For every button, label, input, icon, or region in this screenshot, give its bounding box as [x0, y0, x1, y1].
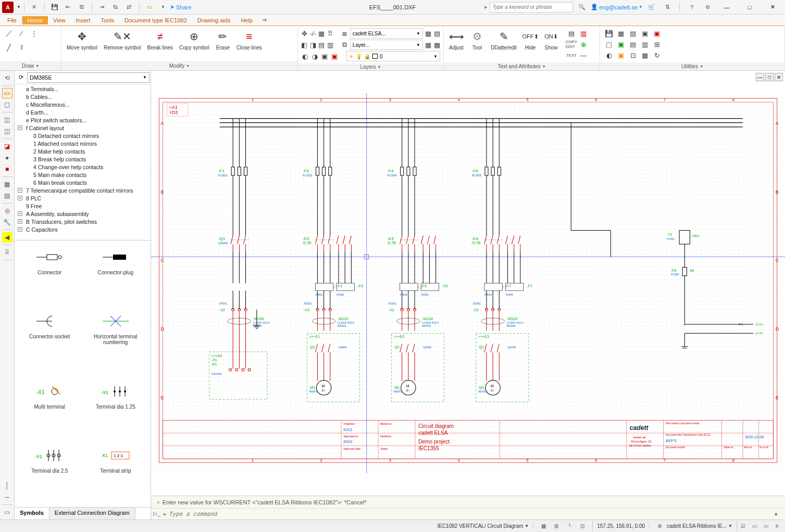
minimize-button[interactable]: ― [716, 0, 737, 15]
u-1[interactable]: 💾 [603, 28, 615, 39]
ls-b2[interactable]: ─ [2, 492, 13, 502]
draw-bus-icon[interactable]: ⦀ [16, 42, 27, 53]
symbol-item[interactable]: Connector [17, 243, 83, 307]
draw-dots-icon[interactable]: ⋮ [28, 28, 40, 39]
draw-wire-icon[interactable]: ╱ [3, 42, 15, 53]
u-4[interactable]: ▣ [639, 28, 651, 39]
search-icon[interactable]: 🔍 [577, 3, 587, 12]
tree-item[interactable]: e Pilot switch actuators... [15, 117, 151, 124]
layer-grid-icon[interactable]: ▦ [318, 28, 325, 39]
qat-icon-4[interactable]: ⇆ [111, 3, 120, 12]
app-menu-chevron[interactable]: ▼ [17, 5, 21, 9]
sb-snap-icon[interactable]: ⊞ [551, 521, 562, 531]
u-15[interactable]: ↻ [651, 50, 663, 60]
command-input[interactable] [169, 511, 772, 517]
layer-btn-b[interactable]: ▧ [433, 28, 440, 39]
ls-13[interactable]: ⠿ [2, 247, 13, 258]
refresh-icon[interactable]: ⟳ [16, 72, 26, 83]
symbol-item[interactable]: Connector-socket [17, 307, 83, 376]
user-account[interactable]: 👤 eng@cadett.se ▼ [591, 4, 643, 10]
erase-button[interactable]: ✏Erase [214, 28, 232, 52]
tree-item[interactable]: 9 Free [15, 202, 151, 210]
ls-12[interactable]: ◀ [2, 232, 13, 243]
qat-icon-2[interactable]: ⧉ [77, 3, 86, 12]
share-button[interactable]: ➤ Share [170, 4, 191, 10]
layers-stack-icon[interactable]: ≣ [341, 28, 348, 39]
drawing-canvas[interactable]: AABBCCDDEE1122334455667788=A1+D3-F1FC001… [151, 71, 785, 496]
u-2[interactable]: ▦ [615, 28, 627, 39]
layer-e2-icon[interactable]: ◑ [311, 51, 319, 61]
tree-item[interactable]: +8 PLC [15, 195, 151, 202]
help-icon[interactable]: ? [687, 3, 696, 12]
u-13[interactable]: ⊡ [627, 50, 639, 60]
menu-view[interactable]: View [48, 16, 71, 24]
draw-line-icon[interactable]: ／ [3, 28, 15, 39]
menu-file[interactable]: File [2, 16, 22, 24]
u-14[interactable]: ▦ [639, 50, 651, 60]
ta-6[interactable]: ― [578, 50, 589, 60]
ribbon-group-utilities[interactable]: Utilities▼ [600, 62, 784, 70]
ta-4[interactable]: ⊕ [578, 39, 589, 49]
layer-c1-icon[interactable]: ◧ [301, 40, 308, 50]
close-button[interactable]: ✕ [762, 0, 783, 15]
tree-item[interactable]: 1 Attached contact mirrors [15, 140, 151, 148]
canvas-min-icon[interactable]: ― [756, 73, 764, 81]
ls-1[interactable]: ▭ [2, 88, 13, 98]
status-workspace[interactable]: cadett ELSA Ribbons IE... [667, 523, 727, 529]
tool-button[interactable]: ⚙Tool [468, 28, 487, 52]
ls-4[interactable]: ◫ [2, 126, 13, 136]
layer-d2[interactable]: ▩ [433, 40, 440, 50]
u-8[interactable]: ▤ [627, 39, 639, 49]
ta-3[interactable]: COPYEDIT [566, 39, 577, 49]
ls-9[interactable]: ▤ [2, 191, 13, 201]
qat-icon-1[interactable]: ⇤ [64, 3, 73, 12]
qat-dd[interactable]: ▼ [158, 3, 168, 12]
layer-c4-icon[interactable]: ▥ [327, 40, 334, 50]
qat-icon-6[interactable]: ▭ [145, 3, 154, 12]
ls-10[interactable]: ◎ [2, 206, 13, 216]
status-layout[interactable]: IEC1082 VERTICAL/ Circuit Diagram▼ [433, 523, 533, 529]
u-12[interactable]: ▣ [615, 50, 627, 60]
ribbon-group-modify[interactable]: Modify▼ [61, 61, 297, 70]
tab-symbols[interactable]: Symbols [15, 508, 49, 520]
search-input[interactable] [490, 2, 573, 12]
break-lines-button[interactable]: ≠Break lines [145, 28, 175, 52]
ribbon-group-layers[interactable]: Layers▼ [298, 64, 443, 70]
tree-item[interactable]: 5 Main make contacts [15, 171, 151, 179]
ls-b1[interactable]: │ [2, 480, 13, 491]
tree-item[interactable]: 2 Make help contacts [15, 148, 151, 156]
symbol-library-combo[interactable]: DM385E▼ [27, 72, 149, 83]
layer-combo[interactable]: Layer...▼ [350, 40, 423, 50]
cmd-close-icon[interactable]: × [154, 499, 163, 505]
ls-8[interactable]: ▦ [2, 179, 13, 189]
u-3[interactable]: ▧ [627, 28, 639, 39]
sb-ortho-icon[interactable]: └ [564, 521, 575, 531]
u-10[interactable]: ⊞ [651, 39, 663, 49]
layer-e3-icon[interactable]: ▣ [320, 51, 328, 61]
sb-grid-icon[interactable]: ▦ [538, 521, 549, 531]
ls-5[interactable]: ◪ [2, 141, 13, 151]
close-lines-button[interactable]: ≡Close lines [234, 28, 264, 52]
layer-e4-icon[interactable]: ▣ [330, 51, 338, 61]
ls-6[interactable]: ● [2, 153, 13, 163]
cmd-prompt-icon[interactable]: ▷_ [153, 510, 161, 518]
remove-symbol-button[interactable]: ✎✕Remove symbol [102, 28, 143, 52]
layer-e1-icon[interactable]: ◐ [301, 51, 309, 61]
u-9[interactable]: ▥ [639, 39, 651, 49]
elsa-layer-combo[interactable]: cadett ELSA...▼ [350, 28, 423, 39]
menu-doctype[interactable]: Document type IEC1082 [119, 16, 192, 24]
tree-item[interactable]: 0 Detached contact mirrors [15, 132, 151, 140]
tree-item[interactable]: +f Cabinet layout [15, 124, 151, 132]
sb-ws-icon[interactable]: ⚙ [654, 521, 665, 531]
tree-item[interactable]: b Cables... [15, 93, 151, 101]
canvas-close-icon[interactable]: ✕ [775, 73, 783, 81]
u-7[interactable]: ▣ [615, 39, 627, 49]
menu-tools[interactable]: Tools [95, 16, 119, 24]
cart-icon[interactable]: 🛒 [647, 3, 656, 12]
layer-move-icon[interactable]: ✥ [301, 28, 308, 39]
symbol-tree[interactable]: a Terminals...b Cables...c Miscellaneous… [15, 84, 151, 240]
sb-tray-3[interactable]: ▭ [760, 521, 771, 531]
u-5[interactable]: ▣ [651, 28, 663, 39]
sb-tray-1[interactable]: ☑ [737, 521, 749, 531]
tree-item[interactable]: +C Capacitors [15, 226, 151, 234]
